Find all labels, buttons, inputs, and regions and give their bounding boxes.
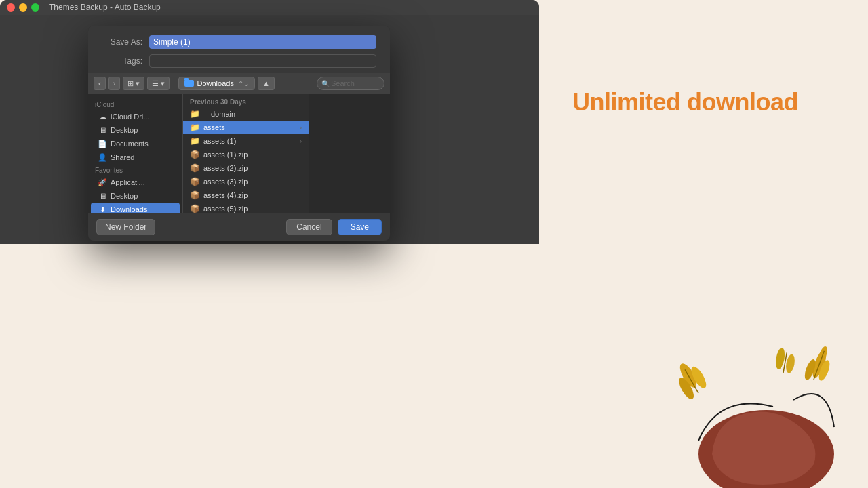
tags-input[interactable] bbox=[149, 54, 376, 68]
search-placeholder: Search bbox=[331, 79, 355, 87]
back-button[interactable]: ‹ bbox=[94, 77, 106, 90]
dialog-header: Save As: Tags: bbox=[88, 26, 390, 73]
location-dropdown[interactable]: Downloads ⌃⌄ bbox=[178, 77, 254, 90]
forward-button[interactable]: › bbox=[108, 77, 121, 90]
sidebar-item-desktop[interactable]: 🖥 Desktop bbox=[91, 189, 180, 203]
footer-right: Cancel Save bbox=[286, 219, 382, 235]
location-label: Downloads bbox=[197, 79, 233, 87]
chevron-updown-icon: ⌃⌄ bbox=[238, 80, 249, 87]
file-name-assets-5-zip: assets (5).zip bbox=[203, 205, 248, 213]
file-name-assets: assets bbox=[203, 123, 225, 131]
dialog-footer: New Folder Cancel Save bbox=[88, 213, 390, 241]
file-item-assets-5-zip[interactable]: 📦 assets (5).zip bbox=[183, 202, 309, 213]
dialog-toolbar: ‹ › ⊞ ▾ ☰ ▾ Downloads ⌃⌄ ▲ 🔍 Search bbox=[88, 73, 390, 94]
shared-label: Shared bbox=[111, 153, 134, 161]
downloads-icon: ⬇ bbox=[98, 205, 107, 213]
folder-icon-assets-1: 📁 bbox=[190, 136, 199, 146]
icloud-section-label: iCloud bbox=[88, 98, 182, 110]
file-name-domain: —domain bbox=[203, 110, 235, 118]
desktop-icon-icloud: 🖥 bbox=[98, 125, 107, 135]
decoration-illustration bbox=[658, 339, 868, 488]
tags-row: Tags: bbox=[102, 54, 376, 68]
file-name-assets-3-zip: assets (3).zip bbox=[203, 178, 248, 186]
icon-view-button[interactable]: ⊞ ▾ bbox=[123, 77, 144, 90]
file-list-section: Previous 30 Days 📁 —domain 📁 assets › 📁 … bbox=[183, 94, 309, 213]
documents-label: Documents bbox=[111, 140, 149, 148]
zip-icon-1: 📦 bbox=[190, 150, 199, 159]
sidebar-item-shared[interactable]: 👤 Shared bbox=[91, 150, 180, 164]
maximize-button[interactable] bbox=[31, 3, 39, 12]
file-name-assets-1-zip: assets (1).zip bbox=[203, 150, 248, 159]
file-item-assets-1[interactable]: 📁 assets (1) › bbox=[183, 134, 309, 148]
zip-icon-2: 📦 bbox=[190, 163, 199, 173]
save-as-input[interactable] bbox=[149, 35, 376, 49]
search-box[interactable]: 🔍 Search bbox=[317, 77, 384, 90]
icloud-desktop-label: Desktop bbox=[111, 126, 138, 134]
file-list: Previous 30 Days 📁 —domain 📁 assets › 📁 … bbox=[183, 94, 309, 213]
sidebar-item-icloud-desktop[interactable]: 🖥 Desktop bbox=[91, 123, 180, 137]
folder-icon-assets: 📁 bbox=[190, 123, 199, 132]
file-item-assets-2-zip[interactable]: 📦 assets (2).zip bbox=[183, 161, 309, 175]
expand-button[interactable]: ▲ bbox=[258, 77, 275, 90]
file-item-assets-1-zip[interactable]: 📦 assets (1).zip bbox=[183, 148, 309, 161]
window-titlebar: Themes Backup - Auto Backup bbox=[0, 0, 539, 15]
sidebar-item-applications[interactable]: 🚀 Applicati... bbox=[91, 176, 180, 189]
file-name-assets-4-zip: assets (4).zip bbox=[203, 191, 248, 199]
icloud-drive-label: iCloud Dri... bbox=[111, 113, 149, 121]
downloads-label: Downloads bbox=[111, 205, 147, 213]
save-dialog: Save As: Tags: ‹ › ⊞ ▾ ☰ ▾ Downloads ⌃⌄ … bbox=[88, 26, 390, 241]
documents-icon: 📄 bbox=[98, 139, 107, 148]
sidebar-item-downloads[interactable]: ⬇ Downloads bbox=[91, 203, 180, 213]
zip-icon-4: 📦 bbox=[190, 190, 199, 200]
close-button[interactable] bbox=[7, 3, 15, 12]
save-as-label: Save As: bbox=[102, 37, 142, 47]
file-item-domain[interactable]: 📁 —domain bbox=[183, 107, 309, 121]
new-folder-button[interactable]: New Folder bbox=[96, 219, 155, 235]
applications-icon: 🚀 bbox=[98, 178, 107, 187]
icloud-drive-icon: ☁ bbox=[98, 112, 107, 121]
sidebar-item-documents[interactable]: 📄 Documents bbox=[91, 137, 180, 150]
search-icon: 🔍 bbox=[321, 80, 330, 87]
chevron-right-icon: › bbox=[300, 124, 302, 131]
tags-label: Tags: bbox=[102, 56, 142, 66]
file-item-assets-4-zip[interactable]: 📦 assets (4).zip bbox=[183, 188, 309, 202]
save-as-row: Save As: bbox=[102, 35, 376, 49]
toolbar-separator bbox=[174, 78, 174, 89]
minimize-button[interactable] bbox=[19, 3, 27, 12]
favorites-section-label: Favorites bbox=[88, 164, 182, 176]
folder-icon-domain: 📁 bbox=[190, 109, 199, 119]
file-name-assets-1: assets (1) bbox=[203, 137, 236, 145]
file-item-assets[interactable]: 📁 assets › bbox=[183, 121, 309, 134]
unlimited-download-heading: Unlimited download bbox=[572, 88, 798, 117]
applications-label: Applicati... bbox=[111, 178, 145, 186]
window-title: Themes Backup - Auto Backup bbox=[49, 3, 161, 12]
previous-30-days-label: Previous 30 Days bbox=[183, 97, 309, 107]
chevron-right-icon-1: › bbox=[300, 138, 302, 145]
save-button[interactable]: Save bbox=[338, 219, 382, 235]
file-item-assets-3-zip[interactable]: 📦 assets (3).zip bbox=[183, 175, 309, 188]
folder-icon bbox=[184, 80, 194, 87]
zip-icon-5: 📦 bbox=[190, 204, 199, 213]
file-name-assets-2-zip: assets (2).zip bbox=[203, 164, 248, 172]
sidebar-item-icloud-drive[interactable]: ☁ iCloud Dri... bbox=[91, 110, 180, 123]
shared-icon: 👤 bbox=[98, 152, 107, 162]
desktop-icon-fav: 🖥 bbox=[98, 191, 107, 201]
dialog-sidebar: iCloud ☁ iCloud Dri... 🖥 Desktop 📄 Docum… bbox=[88, 94, 183, 213]
dialog-body: iCloud ☁ iCloud Dri... 🖥 Desktop 📄 Docum… bbox=[88, 94, 390, 213]
desktop-label: Desktop bbox=[111, 192, 138, 200]
cancel-button[interactable]: Cancel bbox=[286, 219, 332, 235]
file-preview-panel bbox=[309, 94, 390, 213]
location-bar: Downloads ⌃⌄ ▲ bbox=[178, 77, 314, 90]
zip-icon-3: 📦 bbox=[190, 177, 199, 186]
list-view-button[interactable]: ☰ ▾ bbox=[147, 77, 170, 90]
